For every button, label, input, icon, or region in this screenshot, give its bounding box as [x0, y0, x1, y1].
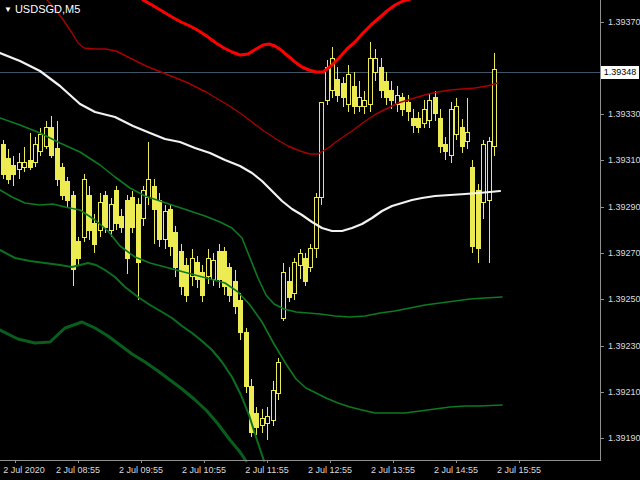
- symbol-dropdown-icon[interactable]: ▼: [4, 5, 12, 14]
- price-axis-label: 1.39230: [608, 341, 640, 351]
- candle-body-bull: [207, 258, 211, 277]
- symbol-period-label: ▼USDSGD,M5: [4, 3, 80, 15]
- candle-body-bull: [277, 363, 281, 393]
- candle-body-bear: [153, 186, 157, 209]
- candle-body-bull: [450, 109, 454, 156]
- candle-body-bull: [261, 419, 265, 426]
- candle-body-bull: [272, 391, 276, 421]
- candle-body-bear: [2, 144, 6, 174]
- candle-body-bull: [293, 263, 297, 293]
- candle-body-bull: [23, 163, 27, 168]
- candle-body-bear: [7, 158, 11, 179]
- candle-body-bear: [401, 98, 405, 110]
- candle-body-bear: [77, 242, 81, 258]
- candle-body-bull: [455, 107, 459, 135]
- candle-body-bull: [369, 58, 373, 105]
- price-axis-label: 1.39290: [608, 202, 640, 212]
- time-axis-label: 2 Jul 2020: [3, 465, 45, 475]
- time-axis-label: 2 Jul 13:55: [371, 465, 415, 475]
- candle-body-bear: [174, 233, 178, 268]
- candle-body-bull: [309, 249, 313, 268]
- candle-body-bear: [126, 200, 130, 258]
- candle-body-bull: [358, 98, 362, 107]
- candle-body-bear: [342, 84, 346, 98]
- price-axis-label: 1.39210: [608, 387, 640, 397]
- time-axis-label: 2 Jul 11:55: [245, 465, 288, 475]
- candle-body-bear: [201, 272, 205, 295]
- time-axis-label: 2 Jul 15:55: [497, 465, 541, 475]
- candle-body-bear: [158, 200, 162, 240]
- candle-body-bull: [39, 135, 43, 151]
- candle-body-bear: [137, 205, 141, 263]
- candle-body-bear: [471, 167, 475, 246]
- candle-body-bear: [412, 119, 416, 126]
- candle-body-bear: [336, 79, 340, 95]
- candle-body-bear: [239, 300, 243, 333]
- time-axis-label: 2 Jul 14:55: [434, 465, 478, 475]
- candle-body-bear: [72, 195, 76, 269]
- time-axis-label: 2 Jul 09:55: [119, 465, 163, 475]
- candle-body-bear: [61, 167, 65, 195]
- symbol-text: USDSGD,M5: [15, 3, 80, 15]
- candle-body-bull: [164, 212, 168, 240]
- candle-body-bear: [385, 81, 389, 97]
- candle-body-bear: [169, 209, 173, 246]
- candle-body-bear: [407, 102, 411, 111]
- candle-body-bear: [390, 91, 394, 100]
- candle-body-bull: [363, 100, 367, 107]
- candle-body-bull: [466, 133, 470, 142]
- candle-body-bull: [266, 416, 270, 423]
- candle-body-bear: [115, 191, 119, 224]
- candle-body-bear: [180, 251, 184, 286]
- candle-body-bull: [347, 74, 351, 104]
- candle-body-bear: [417, 119, 421, 128]
- candle-body-bear: [56, 149, 60, 179]
- candle-body-bear: [288, 281, 292, 297]
- candle-body-bear: [223, 251, 227, 286]
- price-axis-label: 1.39330: [608, 109, 640, 119]
- candle-body-bear: [228, 267, 232, 295]
- price-axis-label: 1.39190: [608, 433, 640, 443]
- candle-body-bear: [255, 414, 259, 428]
- price-axis-label: 1.39250: [608, 294, 640, 304]
- candle-body-bear: [12, 165, 16, 174]
- candle-body-bear: [439, 119, 443, 147]
- candle-body-bull: [423, 109, 427, 123]
- candle-body-bull: [493, 70, 497, 147]
- candle-body-bear: [245, 333, 249, 386]
- chart-canvas[interactable]: 1.393701.393301.393101.392901.392701.392…: [0, 0, 640, 480]
- candle-body-bear: [477, 191, 481, 249]
- candle-body-bear: [131, 198, 135, 228]
- candle-body-bear: [218, 251, 222, 279]
- mt4-chart-window: ▼USDSGD,M5 1.39348 1.393701.393301.39310…: [0, 0, 640, 480]
- candle-body-bear: [185, 265, 189, 295]
- candle-body-bear: [234, 281, 238, 307]
- candle-body-bear: [434, 98, 438, 114]
- candle-body-bear: [380, 67, 384, 90]
- candle-body-bear: [88, 195, 92, 230]
- time-axis-label: 2 Jul 08:55: [56, 465, 100, 475]
- time-axis-label: 2 Jul 10:55: [182, 465, 226, 475]
- candle-body-bear: [353, 86, 357, 107]
- candle-body-bull: [18, 163, 22, 170]
- candle-body-bear: [50, 128, 54, 156]
- candle-body-bear: [66, 181, 70, 200]
- candle-body-bear: [304, 258, 308, 281]
- candle-body-bull: [299, 253, 303, 265]
- price-axis-label: 1.39270: [608, 248, 640, 258]
- candle-body-bear: [29, 160, 33, 167]
- candle-body-bull: [34, 144, 38, 163]
- candle-body-bull: [374, 58, 378, 72]
- candle-body-bull: [326, 67, 330, 100]
- candle-body-bull: [147, 179, 151, 198]
- price-axis-label: 1.39310: [608, 155, 640, 165]
- candle-body-bull: [320, 102, 324, 197]
- candle-body-bear: [461, 128, 465, 147]
- candle-body-bull: [212, 260, 216, 279]
- time-axis-label: 2 Jul 12:55: [308, 465, 352, 475]
- candle-body-bull: [110, 205, 114, 231]
- candle-body-bear: [444, 144, 448, 151]
- candle-body-bull: [282, 272, 286, 319]
- candle-body-bear: [104, 195, 108, 228]
- candle-body-bear: [93, 223, 97, 244]
